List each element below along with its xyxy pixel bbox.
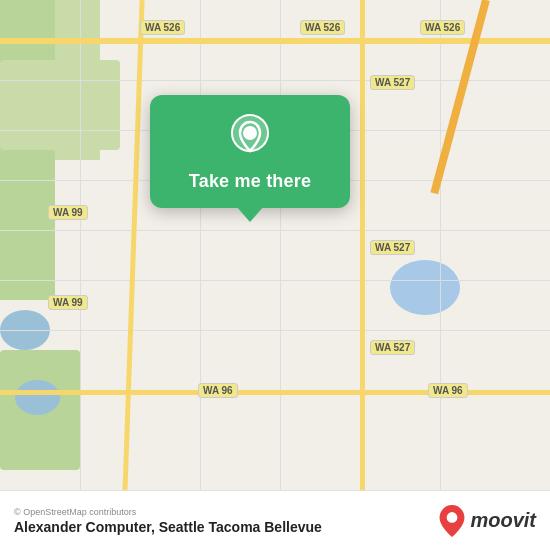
street-h-5 [0, 280, 550, 281]
green-area-2 [0, 0, 55, 300]
bottom-bar-left: © OpenStreetMap contributors Alexander C… [14, 507, 322, 535]
label-wa526-3: WA 526 [420, 20, 465, 35]
svg-point-2 [447, 512, 458, 523]
moovit-logo: moovit [438, 505, 536, 537]
street-h-4 [0, 230, 550, 231]
street-v-2 [200, 0, 201, 550]
label-wa527-3: WA 527 [370, 340, 415, 355]
label-wa96-1: WA 96 [198, 383, 238, 398]
street-v-3 [280, 0, 281, 550]
location-pin-icon [226, 113, 274, 161]
popup-card[interactable]: Take me there [150, 95, 350, 208]
label-wa99-1: WA 99 [48, 205, 88, 220]
label-wa527-1: WA 527 [370, 75, 415, 90]
hwy-526-road [0, 38, 550, 44]
water-1 [390, 260, 460, 315]
map-container: WA 526 WA 526 WA 526 WA 527 WA 527 WA 52… [0, 0, 550, 550]
street-v-1 [80, 0, 81, 550]
bottom-bar: © OpenStreetMap contributors Alexander C… [0, 490, 550, 550]
hwy-527-road [360, 0, 365, 550]
moovit-text: moovit [470, 509, 536, 532]
label-wa526-1: WA 526 [140, 20, 185, 35]
label-wa526-2: WA 526 [300, 20, 345, 35]
moovit-pin-icon [438, 505, 466, 537]
location-name: Alexander Computer, Seattle Tacoma Belle… [14, 519, 322, 535]
popup-label: Take me there [189, 171, 311, 192]
label-wa99-2: WA 99 [48, 295, 88, 310]
water-3 [15, 380, 60, 415]
green-area-3 [0, 60, 120, 150]
label-wa527-2: WA 527 [370, 240, 415, 255]
street-h-6 [0, 330, 550, 331]
street-v-4 [440, 0, 441, 550]
label-wa96-2: WA 96 [428, 383, 468, 398]
map-attribution: © OpenStreetMap contributors [14, 507, 322, 517]
